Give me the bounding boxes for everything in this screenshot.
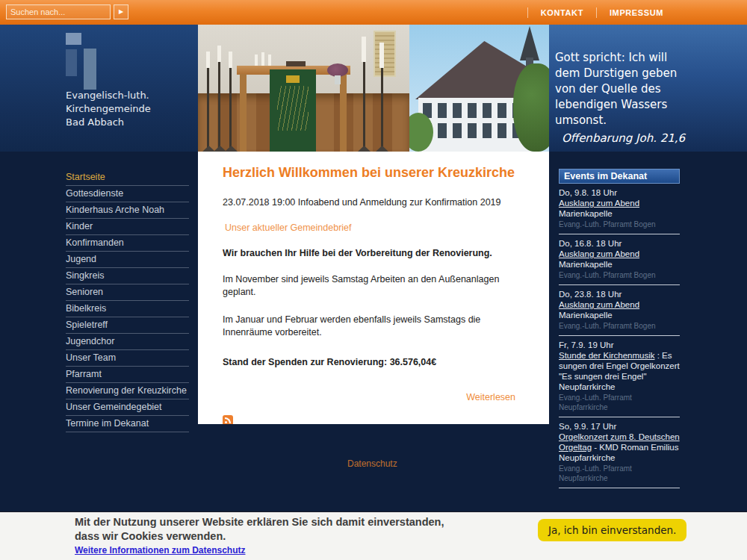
cookie-accept-button[interactable]: Ja, ich bin einverstanden. (538, 519, 686, 541)
event-title-line: Ausklang zum Abend (559, 299, 680, 310)
page-title: Herzlich Willkommen bei unserer Kreuzkir… (223, 165, 515, 181)
sidebar-item[interactable]: Kinderhaus Arche Noah (66, 202, 189, 219)
event-item: Do, 16.8. 18 Uhr Ausklang zum Abend Mari… (559, 234, 680, 285)
cookie-message-line: dass wir Cookies verwenden. (75, 529, 444, 544)
sidebar-item[interactable]: Jugendchor (66, 334, 189, 350)
quote-line: von der Quelle des (555, 81, 727, 97)
candle (255, 55, 258, 66)
sidebar-item[interactable]: Renovierung der Kreuzkirche (66, 383, 189, 399)
candle (362, 37, 366, 62)
quote-source: Offenbarung Joh. 21,6 (555, 131, 727, 146)
candlestick (218, 62, 220, 150)
candle (206, 52, 210, 68)
window-row (423, 123, 527, 138)
event-title-line: Ausklang zum Abend (559, 249, 680, 259)
candlestick (207, 68, 209, 150)
logo-square (66, 33, 81, 45)
weiterlesen-link[interactable]: Weiterlesen (466, 392, 515, 402)
sidebar-item[interactable]: Konfirmanden (66, 235, 189, 252)
altar-cloth (270, 69, 316, 152)
site-logo[interactable] (66, 31, 99, 91)
event-organizer: Evang.-Luth. Pfarramt Bogen (559, 220, 680, 229)
candle (229, 52, 232, 68)
sidebar-item[interactable]: Singkreis (66, 268, 189, 284)
event-venue: Neupfarrkirche (559, 452, 680, 463)
header-left-panel: Evangelisch-luth.KirchengemeindeBad Abba… (0, 25, 198, 152)
altar-lattice-window (374, 31, 396, 77)
sidebar-item[interactable]: Kinder (66, 219, 189, 235)
quote-line: Gott spricht: Ich will (555, 50, 727, 66)
event-link[interactable]: Ausklang zum Abend (559, 199, 639, 208)
event-venue: Marienkapelle (559, 208, 680, 219)
event-item: Fr, 7.9. 19 Uhr Stunde der Kirchenmusik … (559, 336, 680, 417)
article-intro: 23.07.2018 19:00 Infoabend und Anmeldung… (223, 197, 515, 208)
top-links: KONTAKT IMPRESSUM (527, 0, 676, 25)
sidebar-item[interactable]: Senioren (66, 284, 189, 301)
event-organizer: Evang.-Luth. Pfarramt Neupfarrkirche (559, 464, 680, 483)
sidebar-item[interactable]: Bibelkreis (66, 301, 189, 317)
flower-vase (335, 75, 341, 84)
event-link[interactable]: Stunde der Kirchenmusik (559, 351, 654, 360)
cookie-info-link[interactable]: Weitere Informationen zum Datenschutz (75, 545, 245, 556)
event-venue: Marienkapelle (559, 310, 680, 320)
logo-bar-left (66, 49, 77, 76)
cookie-message: Mit der Nutzung unserer Website erklären… (75, 515, 444, 544)
site-name-line: Kirchengemeinde (66, 102, 151, 116)
event-item: Do, 23.8. 18 Uhr Ausklang zum Abend Mari… (559, 285, 680, 336)
datenschutz-link[interactable]: Datenschutz (347, 458, 397, 469)
events-panel: Events im Dekanat Do, 9.8. 18 Uhr Auskla… (559, 169, 680, 488)
table-leg (340, 74, 347, 152)
event-title-line: Orgelkonzert zum 8. Deutschen Orgeltag -… (559, 432, 680, 452)
event-organizer: Evang.-Luth. Pfarramt Neupfarrkirche (559, 393, 680, 412)
gemeindebrief-link[interactable]: Unser aktueller Gemeindebrief (225, 223, 352, 233)
events-list: Do, 9.8. 18 Uhr Ausklang zum Abend Marie… (559, 184, 680, 488)
sidebar-item[interactable]: Jugend (66, 252, 189, 268)
site-name-line: Evangelisch-luth. (66, 89, 151, 102)
search-submit-button[interactable]: ▶ (114, 4, 128, 19)
event-organizer: Evang.-Luth. Pfarramt Bogen (559, 270, 680, 280)
kontakt-link[interactable]: KONTAKT (527, 7, 596, 18)
paschal-candle (379, 43, 384, 68)
tree (513, 63, 549, 152)
arrow-right-icon: ▶ (119, 8, 123, 15)
event-date: Do, 9.8. 18 Uhr (559, 187, 680, 198)
article-help-line: Wir brauchen Ihr Hilfe bei der Vorbereit… (223, 248, 515, 258)
sidebar-item[interactable]: Spieletreff (66, 317, 189, 334)
logo-bar-right (84, 49, 96, 90)
event-date: So, 9.9. 17 Uhr (559, 421, 680, 432)
sidebar-item[interactable]: Startseite (66, 169, 189, 186)
rss-feed-icon[interactable] (223, 415, 233, 424)
impressum-link[interactable]: IMPRESSUM (596, 7, 676, 18)
event-date: Do, 16.8. 18 Uhr (559, 238, 680, 249)
candle (217, 46, 221, 62)
sidebar-nav: Startseite Gottesdienste Kinderhaus Arch… (66, 169, 189, 432)
event-venue: Neupfarrkirche (559, 382, 680, 392)
donation-status: Stand der Spenden zur Renovierung: 36.57… (223, 357, 515, 367)
event-date: Fr, 7.9. 19 Uhr (559, 340, 680, 350)
sidebar-item[interactable]: Unser Team (66, 350, 189, 367)
sidebar-item[interactable]: Unser Gemeindegebiet (66, 399, 189, 416)
event-title-suffix: - KMD Roman Emilius (592, 443, 678, 452)
event-item: Do, 9.8. 18 Uhr Ausklang zum Abend Marie… (559, 184, 680, 234)
sidebar-item[interactable]: Gottesdienste (66, 186, 189, 202)
quote-lines: Gott spricht: Ich willdem Durstigen gebe… (555, 50, 727, 128)
article-paragraph-1: Im November sind jeweils Samstag Arbeite… (223, 273, 515, 299)
altar-book (286, 61, 306, 66)
candlestick (363, 62, 365, 150)
sidebar-item[interactable]: Termine im Dekanat (66, 416, 189, 432)
event-title-line: Ausklang zum Abend (559, 198, 680, 208)
main-article: Herzlich Willkommen bei unserer Kreuzkir… (198, 152, 549, 424)
event-link[interactable]: Ausklang zum Abend (559, 249, 639, 258)
altar-photo (198, 25, 409, 152)
church-photo (409, 25, 549, 152)
candlestick (381, 68, 383, 150)
search-input[interactable] (6, 4, 111, 19)
cookie-message-line: Mit der Nutzung unserer Website erklären… (75, 515, 444, 529)
quote-line: umsonst. (555, 113, 727, 128)
site-name: Evangelisch-luth.KirchengemeindeBad Abba… (66, 89, 151, 129)
event-link[interactable]: Ausklang zum Abend (559, 300, 639, 309)
quote-line: lebendigen Wassers (555, 97, 727, 113)
table-leg (240, 74, 247, 152)
site-name-line: Bad Abbach (66, 116, 151, 129)
sidebar-item[interactable]: Pfarramt (66, 367, 189, 383)
